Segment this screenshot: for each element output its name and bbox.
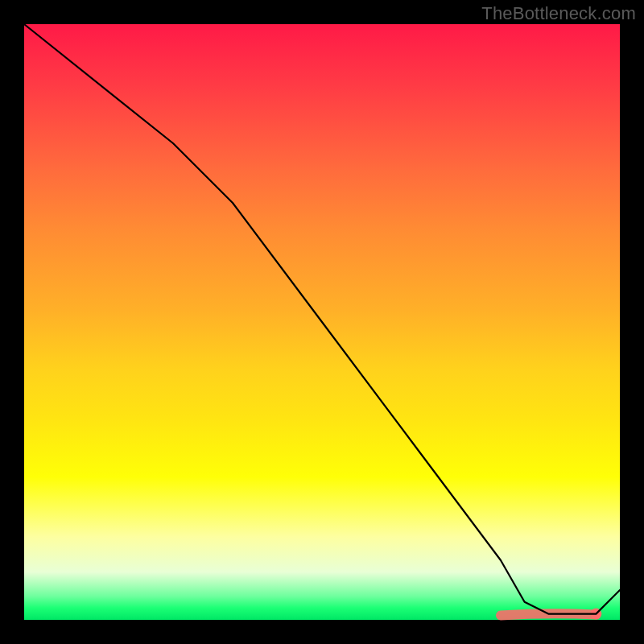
bottleneck-curve xyxy=(24,24,620,614)
chart-svg xyxy=(24,24,620,620)
plot-area xyxy=(24,24,620,620)
attribution-text: TheBottleneck.com xyxy=(481,3,636,24)
chart-frame: TheBottleneck.com line xyxy=(0,0,644,644)
